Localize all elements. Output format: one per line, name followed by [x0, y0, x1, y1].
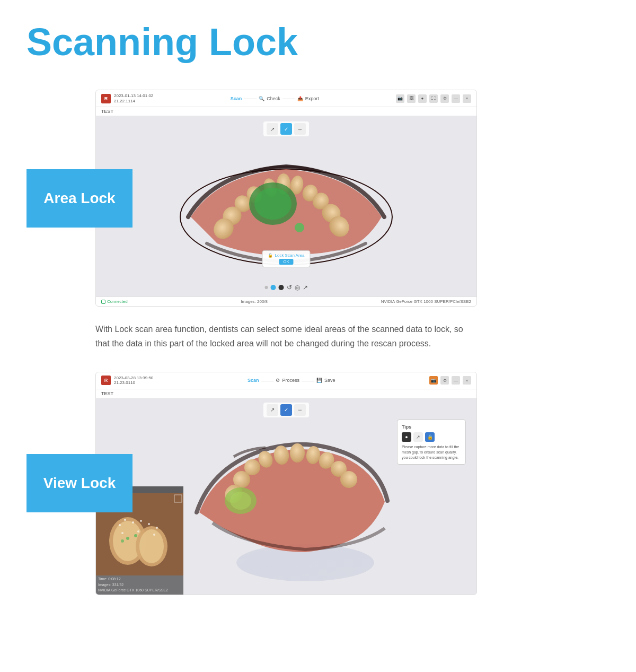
- svg-point-44: [121, 539, 124, 543]
- sub-toolbar: ↗ ✓ ↔: [263, 121, 309, 136]
- lock-ok-button[interactable]: OK: [279, 259, 294, 265]
- circle-icon[interactable]: ●: [418, 94, 427, 103]
- dot-1: [265, 286, 268, 289]
- svg-point-40: [137, 530, 139, 533]
- step-scan: Scan: [231, 96, 242, 101]
- svg-point-27: [230, 492, 251, 510]
- tips-body: Please capture more data to fill the mes…: [402, 444, 461, 460]
- svg-point-32: [139, 529, 164, 563]
- svg-point-35: [132, 521, 134, 523]
- area-lock-toolbar: R 2023-01-13 14:01:02 21.22.1114 Scan ——…: [96, 90, 476, 107]
- teeth-3d-view-lock: [183, 417, 395, 587]
- settings-icon-2[interactable]: ⚙: [440, 376, 449, 385]
- workflow-steps: Scan ——— 🔍 Check ——— 📤 Export: [231, 96, 319, 101]
- tip-icon-3: 🔒: [425, 432, 435, 442]
- check-icon-small: 🔍: [259, 96, 264, 101]
- tips-title: Tips: [402, 424, 461, 430]
- app-logo-2: R: [101, 376, 111, 385]
- share-icon[interactable]: ◎: [295, 284, 300, 291]
- dot-active: [271, 285, 276, 290]
- step-scan-2: Scan: [248, 378, 259, 383]
- area-lock-status-bar: Connected Images: 200/8 NVIDIA GeForce G…: [96, 296, 476, 306]
- app-logo: R: [101, 94, 111, 103]
- datetime: 2023-01-13 14:01:02 21.22.1114: [114, 93, 153, 103]
- step-arrow-1: ———: [244, 96, 257, 101]
- toolbar-action-icons: 📷 🖼 ● ⛶ ⚙ — ×: [396, 94, 471, 103]
- camera-icon[interactable]: 📷: [396, 94, 404, 103]
- svg-point-37: [148, 523, 150, 525]
- lock-scan-popup: 🔒 Lock Scan Area OK: [262, 250, 310, 267]
- lock-icon-label: 🔒 Lock Scan Area: [268, 253, 304, 258]
- tip-icon-2: ↗: [413, 432, 423, 442]
- view-lock-section: View Lock R 2023-03-28 13:39:50 21.23.01…: [26, 372, 610, 595]
- sub-btn-v1[interactable]: ↗: [267, 404, 278, 416]
- gpu-info: NVIDIA GeForce GTX 1060 SUPER/PCle/SSE2: [381, 299, 471, 304]
- connected-dot: [101, 300, 105, 304]
- step-save: Save: [324, 378, 335, 383]
- dot-dark: [279, 285, 284, 290]
- svg-point-18: [290, 443, 305, 462]
- step-arrow-3: ———: [261, 378, 273, 383]
- page-title: Scanning Lock: [26, 21, 610, 63]
- ai-scan-stats: Time: 0:08:12 Images: 331/32 NVIDIA GeFo…: [96, 575, 183, 595]
- svg-point-34: [124, 519, 126, 521]
- area-lock-badge: Area Lock: [26, 169, 132, 228]
- export-btn[interactable]: ↗: [303, 284, 308, 291]
- close-icon[interactable]: ×: [463, 94, 471, 103]
- minus-icon[interactable]: —: [452, 94, 460, 103]
- expand-icon[interactable]: ⛶: [429, 94, 438, 103]
- tip-icon-1: ●: [402, 432, 411, 442]
- sub-btn-3[interactable]: ↔: [294, 123, 306, 135]
- svg-point-13: [254, 188, 292, 220]
- svg-point-41: [153, 534, 155, 536]
- svg-point-42: [126, 537, 129, 540]
- area-lock-section: Area Lock R 2023-01-13 14:01:02 21.22.11…: [26, 90, 610, 307]
- scan-label: TEST: [96, 107, 476, 116]
- export-icon-small: 📤: [297, 96, 303, 101]
- reset-icon[interactable]: ↺: [287, 284, 292, 291]
- camera-icon-2[interactable]: 📷: [429, 376, 438, 385]
- svg-point-14: [295, 223, 304, 232]
- tips-box: Tips ● ↗ 🔒 Please capture more data to f…: [397, 420, 466, 465]
- step-process: Process: [282, 378, 299, 383]
- svg-point-39: [121, 532, 123, 534]
- sub-btn-v3[interactable]: ↔: [294, 404, 306, 416]
- step-check: Check: [267, 96, 280, 101]
- view-lock-viewport: ↗ ✓ ↔ Tips ● ↗ 🔒 Please capture more dat…: [96, 398, 476, 595]
- step-arrow-4: ———: [302, 378, 314, 383]
- view-lock-toolbar: R 2023-03-28 13:39:50 21.23.0110 Scan ——…: [96, 372, 476, 389]
- svg-point-43: [134, 534, 137, 537]
- image-count: Images: 200/8: [241, 299, 268, 304]
- process-icon-small: ⚙: [276, 378, 280, 383]
- photo-icon[interactable]: 🖼: [407, 94, 416, 103]
- svg-point-38: [156, 527, 158, 529]
- area-lock-viewport: ↗ ✓ ↔: [96, 116, 476, 296]
- connected-status: Connected: [101, 299, 128, 304]
- sub-btn-2[interactable]: ✓: [280, 123, 292, 135]
- svg-point-36: [140, 520, 142, 522]
- area-lock-description: With Lock scan area function, dentists c…: [95, 322, 477, 351]
- save-icon-small: 💾: [316, 378, 322, 383]
- settings-icon[interactable]: ⚙: [440, 94, 449, 103]
- toolbar-icons-2: 📷 ⚙ — ×: [429, 376, 471, 385]
- sub-btn-1[interactable]: ↗: [267, 123, 278, 135]
- scan-label-2: TEST: [96, 389, 476, 398]
- lock-icon: 🔒: [268, 253, 273, 258]
- step-export: Export: [305, 96, 319, 101]
- step-arrow-2: ———: [282, 96, 295, 101]
- view-lock-screenshot: R 2023-03-28 13:39:50 21.23.0110 Scan ——…: [95, 372, 477, 595]
- sub-toolbar-2: ↗ ✓ ↔: [263, 403, 309, 417]
- bottom-controls: ↺ ◎ ↗: [265, 284, 308, 291]
- datetime-2: 2023-03-28 13:39:50 21.23.0110: [114, 376, 153, 386]
- area-lock-screenshot: R 2023-01-13 14:01:02 21.22.1114 Scan ——…: [95, 90, 477, 307]
- close-icon-2[interactable]: ×: [463, 376, 471, 385]
- minus-icon-2[interactable]: —: [452, 376, 460, 385]
- sub-btn-v2[interactable]: ✓: [280, 404, 292, 416]
- view-lock-badge: View Lock: [26, 454, 132, 512]
- tips-icons: ● ↗ 🔒: [402, 432, 461, 442]
- svg-point-33: [119, 524, 121, 526]
- workflow-steps-2: Scan ——— ⚙ Process ——— 💾 Save: [248, 378, 335, 383]
